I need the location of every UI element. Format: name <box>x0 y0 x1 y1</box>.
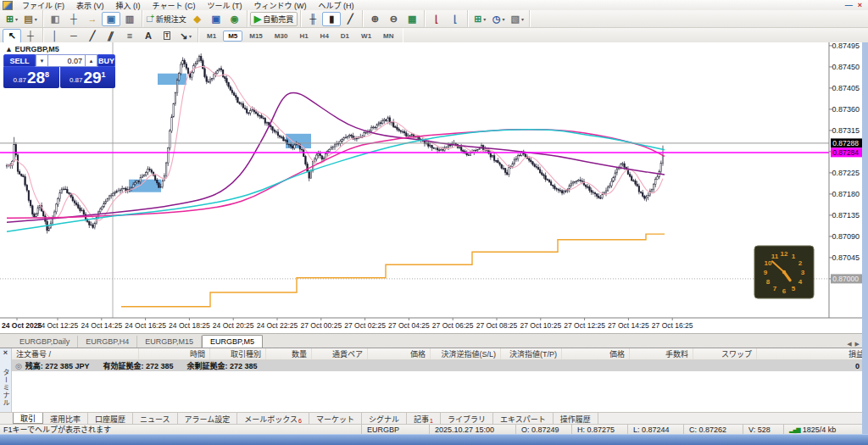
new-order-button[interactable]: □+新規注文 <box>145 12 188 26</box>
periods-icon-dropdown[interactable]: ▾ <box>503 16 505 22</box>
terminal-tab-4[interactable]: アラーム設定 <box>178 413 238 424</box>
terminal-tab-5[interactable]: メールボックス6 <box>237 413 309 424</box>
data-window-icon[interactable]: ▣ <box>102 12 120 26</box>
arrows-tool-icon-dropdown[interactable]: ▾ <box>189 33 192 39</box>
trendline-icon[interactable]: ╱ <box>83 29 102 43</box>
tab-scroll-left-icon[interactable]: ◀ <box>847 341 851 348</box>
templates-icon[interactable]: ▧▾ <box>508 12 526 26</box>
timeframe-m15[interactable]: M15 <box>244 31 268 42</box>
auto-scroll-icon[interactable]: ┼ <box>64 12 83 26</box>
lot-up-stepper[interactable]: ▲ <box>85 54 97 67</box>
channel-icon[interactable]: ∥ <box>102 29 120 43</box>
community-icon[interactable]: ◉ <box>225 12 244 26</box>
column-header-3[interactable]: 数量 <box>266 348 312 359</box>
cursor-icon[interactable]: ↖ <box>3 29 21 43</box>
chart-symbol-label[interactable]: ▲ EURGBP,M5 <box>5 45 59 53</box>
chart-tab-3[interactable]: EURGBP,M5 <box>202 335 263 348</box>
sell-button[interactable]: SELL <box>3 54 36 67</box>
scroll-to-end-icon[interactable]: → <box>83 12 102 26</box>
chart-tab-0[interactable]: EURGBP,Daily <box>12 336 78 348</box>
column-header-8[interactable]: 価格 <box>562 348 630 359</box>
zoom-in-icon[interactable]: ⊕ <box>365 12 384 26</box>
profiles-icon-dropdown[interactable]: ▾ <box>35 16 37 22</box>
close-icon[interactable]: × <box>858 1 862 9</box>
price-chart[interactable]: 0.874950.874500.874050.873600.873150.872… <box>0 42 868 333</box>
chart-tab-1[interactable]: EURGBP,H4 <box>78 336 137 348</box>
buy-button[interactable]: BUY <box>97 54 115 67</box>
menu-item-3[interactable]: チャート (C) <box>147 2 202 10</box>
terminal-tab-6[interactable]: マーケット <box>309 413 362 424</box>
timeframe-mn[interactable]: MN <box>378 31 398 42</box>
auto-trading-button[interactable]: ▶自動売買 <box>250 12 298 26</box>
terminal-tab-3[interactable]: ニュース <box>133 413 178 424</box>
bar-chart-mode-icon[interactable]: ╫ <box>303 12 322 26</box>
terminal-tab-7[interactable]: シグナル <box>362 413 407 424</box>
profiles-icon[interactable]: ▤▾ <box>21 12 40 26</box>
text-icon[interactable]: A <box>139 29 158 43</box>
horizontal-line-icon[interactable]: ─ <box>64 29 83 43</box>
terminal-tab-1[interactable]: 運用比率 <box>43 413 88 424</box>
terminal-tab-10[interactable]: エキスパート <box>493 413 554 424</box>
column-header-9[interactable]: 手数料 <box>630 348 693 359</box>
column-header-11[interactable]: 損益 <box>757 348 868 359</box>
sell-price-panel[interactable]: 0.87 28 8 <box>3 67 59 88</box>
timeframe-h4[interactable]: H4 <box>315 31 334 42</box>
new-chart-icon-dropdown[interactable]: ▾ <box>15 16 18 22</box>
menu-item-5[interactable]: ウィンドウ (W) <box>248 2 312 10</box>
new-chart-icon[interactable]: ⊞▾ <box>3 12 21 26</box>
lot-down-stepper[interactable]: ▼ <box>36 54 48 67</box>
candlestick-mode-icon[interactable]: ▮ <box>322 12 341 26</box>
menu-item-2[interactable]: 挿入 (I) <box>110 2 147 10</box>
column-header-1[interactable]: 時間 <box>139 348 210 359</box>
timeframe-w1[interactable]: W1 <box>356 31 376 42</box>
indicator-windows-icon[interactable]: ⌊ <box>446 12 465 26</box>
templates-icon-dropdown[interactable]: ▾ <box>521 16 524 22</box>
supply-demand-zone-0[interactable] <box>158 74 186 85</box>
terminal-tab-9[interactable]: ライブラリ <box>441 413 493 424</box>
tab-scroll-right-icon[interactable]: ▶ <box>855 341 860 348</box>
terminal-close-icon[interactable]: × <box>3 348 8 357</box>
arrows-tool-icon[interactable]: ↘▾ <box>176 29 195 43</box>
chart-shift-icon[interactable]: ◧ <box>46 12 64 26</box>
timeframe-d1[interactable]: D1 <box>336 31 354 42</box>
terminal-icon[interactable]: ▣ <box>207 12 225 26</box>
add-indicator-icon-dropdown[interactable]: ▾ <box>483 16 486 22</box>
column-header-6[interactable]: 決済逆指値(S/L) <box>431 348 501 359</box>
terminal-tab-8[interactable]: 記事1 <box>407 413 441 424</box>
label-icon[interactable]: T <box>158 29 176 43</box>
lot-size-input[interactable]: 0.07 <box>48 54 85 67</box>
timeframe-m5[interactable]: M5 <box>223 31 242 42</box>
expert-advisors-icon[interactable]: ◆ <box>188 12 207 26</box>
terminal-tab-2[interactable]: 口座履歴 <box>88 413 133 424</box>
timeframe-m30[interactable]: M30 <box>270 31 293 42</box>
column-header-2[interactable]: 取引種別 <box>210 348 266 359</box>
column-header-7[interactable]: 決済指値(T/P) <box>501 348 562 359</box>
indicators-icon[interactable]: ⌊ <box>427 12 446 26</box>
timeframe-m1[interactable]: M1 <box>202 31 221 42</box>
menu-item-0[interactable]: ファイル (F) <box>16 2 70 10</box>
menu-item-4[interactable]: ツール (T) <box>201 2 248 10</box>
crosshair-icon[interactable]: ┼ <box>21 29 40 43</box>
timeframe-h1[interactable]: H1 <box>294 31 313 42</box>
column-header-0[interactable]: 注文番号 / <box>12 348 139 359</box>
chart-tab-2[interactable]: EURGBP,M15 <box>137 336 202 348</box>
column-header-4[interactable]: 通貨ペア <box>312 348 368 359</box>
column-header-10[interactable]: スワップ <box>693 348 757 359</box>
tester-icon[interactable]: ▥ <box>120 12 139 26</box>
buy-price-panel[interactable]: 0.87 29 1 <box>60 67 116 88</box>
zoom-out-icon[interactable]: ⊖ <box>384 12 403 26</box>
terminal-tab-11[interactable]: 操作履歴 <box>554 413 598 424</box>
chart-area[interactable]: 0.874950.874500.874050.873600.873150.872… <box>0 42 868 333</box>
vertical-line-icon[interactable]: │ <box>46 29 64 43</box>
line-chart-mode-icon[interactable]: ╱ <box>341 12 359 26</box>
analog-clock-widget[interactable]: 123456789101112 <box>754 246 814 298</box>
menu-item-6[interactable]: ヘルプ (H) <box>312 2 359 10</box>
tile-windows-icon[interactable]: ▦ <box>403 12 421 26</box>
collapse-arrow-icon[interactable]: ▲ <box>5 45 13 53</box>
fibonacci-icon[interactable]: ≡ <box>120 29 139 43</box>
minimize-icon[interactable]: — <box>845 1 853 9</box>
periods-icon[interactable]: ◷▾ <box>489 12 508 26</box>
add-indicator-icon[interactable]: ⊞▾ <box>470 12 489 26</box>
menu-item-1[interactable]: 表示 (V) <box>70 2 110 10</box>
terminal-tab-0[interactable]: 取引 <box>13 413 43 424</box>
